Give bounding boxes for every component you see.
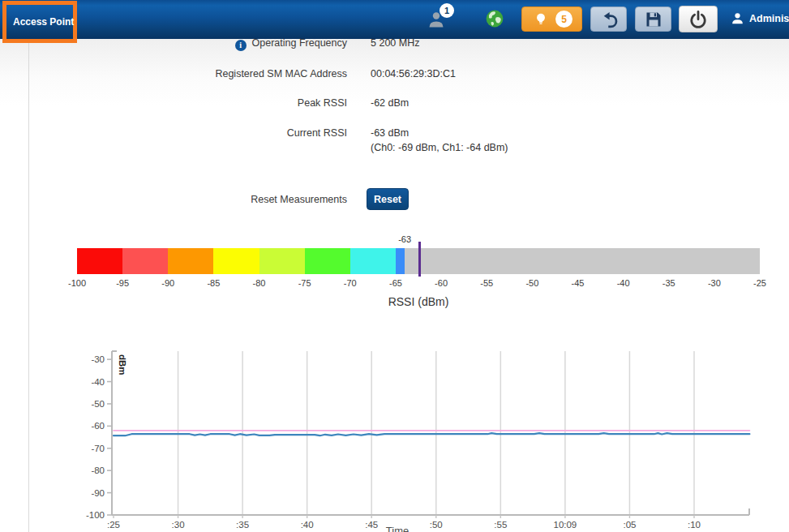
svg-text::50: :50 [430,520,443,530]
gauge-tick: -60 [435,278,448,288]
svg-text:Time: Time [386,525,409,532]
gauge-tick: -50 [525,278,538,288]
info-icon[interactable]: i [235,40,247,51]
undo-icon [598,9,620,30]
gauge-tick: -65 [389,278,402,288]
gauge-tick: -90 [161,278,174,288]
svg-text::30: :30 [172,520,185,530]
gauge-segment [213,248,259,274]
undo-button[interactable] [590,6,627,32]
svg-text::25: :25 [107,520,120,530]
series-current-rssi [114,433,749,435]
svg-text:-100: -100 [86,510,105,520]
gauge-tick: -80 [253,278,266,288]
svg-text::45: :45 [365,520,378,530]
svg-text:-60: -60 [91,421,105,431]
gauge-tick: -35 [663,278,675,288]
gauge-tick: -55 [480,278,493,288]
svg-text:dBm: dBm [118,354,127,375]
svg-text::05: :05 [623,520,636,530]
gauge-segment [122,248,168,274]
user-sessions-button[interactable]: 1 [427,8,460,34]
gauge-tick: -25 [753,278,766,288]
gauge-segment [305,248,350,274]
peak-rssi-value: -62 dBm [371,97,409,109]
peak-rssi-marker [418,242,421,277]
admin-user-icon [731,11,744,25]
globe-glyph [484,8,505,29]
svg-text:-40: -40 [91,377,105,387]
svg-text:-30: -30 [91,354,105,364]
svg-text:-80: -80 [91,466,105,475]
registered-sm-mac-value: 00:04:56:29:3D:C1 [371,67,456,80]
admin-user-label: Administrator [749,13,789,24]
reset-measurements-label: Reset Measurements [0,193,347,206]
gauge-tick: -100 [68,278,86,288]
peak-rssi-label: Peak RSSI [0,97,347,109]
svg-text::40: :40 [301,520,314,530]
registered-sm-mac-label: Registered SM MAC Address [0,67,347,80]
hints-count-badge: 5 [555,11,572,28]
hints-button[interactable]: 5 [521,6,582,32]
gauge-tick: -70 [344,278,357,288]
svg-text:-70: -70 [91,444,105,453]
save-icon [644,10,663,29]
rssi-gauge: -63 -100-95-90-85-80-75-70-65-60-55-50-4… [77,235,760,312]
power-button[interactable] [679,6,718,32]
svg-text:10:09: 10:09 [553,520,577,530]
current-rssi-gauge-label: -63 [398,234,411,244]
gauge-tick: -40 [617,278,630,288]
page-title-access-point[interactable]: Access Point [2,1,77,43]
svg-text::35: :35 [236,520,249,530]
save-button[interactable] [635,6,671,32]
header-bar: 1 5 [0,0,789,39]
current-rssi-value: -63 dBm [371,127,409,139]
svg-text:-50: -50 [91,399,105,409]
globe-icon[interactable] [484,8,505,29]
gauge-segment [77,248,122,274]
power-icon [688,9,709,30]
page-title-label: Access Point [13,16,74,28]
sidebar-divider [28,39,29,532]
current-rssi-label: Current RSSI [0,127,347,139]
gauge-title: RSSI (dBm) [77,295,760,308]
gauge-segment [405,248,760,274]
gauge-segment [259,248,305,274]
gauge-segment [396,248,405,274]
gauge-tick: -75 [298,278,311,288]
svg-text::55: :55 [494,520,507,530]
gauge-tick: -30 [708,278,721,288]
app-window: 1 5 [0,0,789,532]
gauge-segment [350,248,396,274]
lightbulb-icon [532,10,550,29]
svg-text::10: :10 [688,520,701,530]
gauge-segment [168,248,213,274]
svg-text:-90: -90 [91,488,105,498]
session-count-badge: 1 [440,3,454,18]
operating-frequency-label: Operating Frequency [252,37,347,49]
gauge-tick: -85 [207,278,220,288]
reset-button[interactable]: Reset [367,188,409,210]
gauge-tick: -95 [116,278,129,288]
current-rssi-detail: (Ch0: -69 dBm, Ch1: -64 dBm) [371,141,508,154]
admin-user-menu[interactable]: Administrator [731,11,789,25]
gauge-tick: -45 [572,278,585,288]
